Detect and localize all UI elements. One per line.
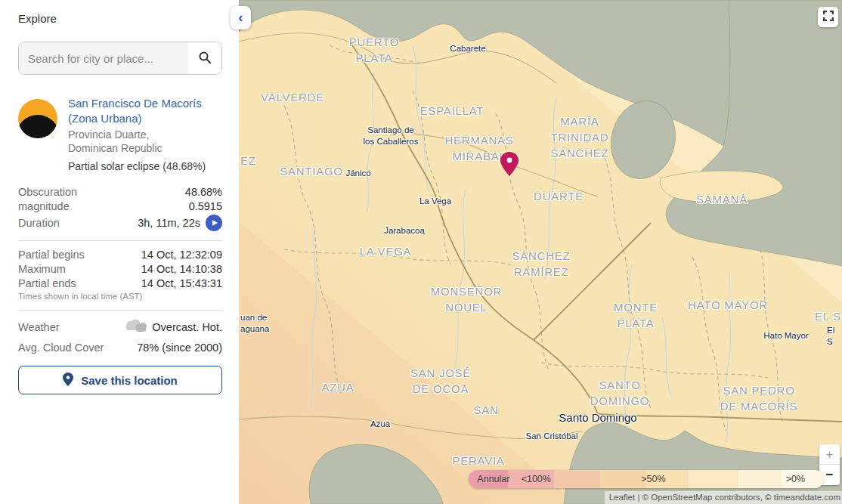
cloud-icon	[123, 318, 147, 335]
weather-label: Weather	[18, 321, 60, 333]
divider	[18, 310, 222, 311]
map-base-layer	[239, 0, 842, 504]
sidebar-collapse-button[interactable]: ‹	[231, 6, 251, 29]
obscuration-label: Obscuration	[18, 186, 77, 198]
location-marker-pin[interactable]	[500, 152, 519, 176]
search-box	[18, 42, 222, 75]
partial-ends-label: Partial ends	[18, 277, 76, 289]
location-name-link[interactable]: San Francisco De Macorís (Zona Urbana)	[68, 96, 222, 125]
legend-label-gt0: >0%	[786, 474, 805, 484]
timezone-note: Times shown in local time (AST)	[18, 292, 222, 301]
play-animation-button[interactable]	[206, 215, 222, 231]
obscuration-value: 48.68%	[185, 186, 222, 198]
eclipse-map-app: Explore San Francisco De Macorís (Zona U…	[0, 0, 842, 504]
magnitude-row: magnitude 0.5915	[18, 200, 222, 212]
sidebar: Explore San Francisco De Macorís (Zona U…	[0, 0, 239, 504]
partial-ends-value: 14 Oct, 15:43:31	[141, 277, 222, 289]
chevron-left-icon: ‹	[238, 10, 243, 24]
search-input[interactable]	[19, 42, 188, 74]
cloud-cover-value: 78% (since 2000)	[137, 342, 222, 354]
fullscreen-icon	[823, 11, 834, 23]
weather-row: Weather Overcast. Hot.	[18, 318, 222, 335]
divider	[18, 240, 222, 241]
location-region: Provincia Duarte, Dominican Republic	[68, 128, 222, 155]
maximum-value: 14 Oct, 14:10:38	[141, 263, 222, 275]
search-icon	[199, 51, 211, 66]
obscuration-row: Obscuration 48.68%	[18, 186, 222, 198]
save-location-button[interactable]: Save this location	[18, 366, 222, 394]
cloud-cover-row: Avg. Cloud Cover 78% (since 2000)	[18, 342, 222, 354]
weather-value: Overcast. Hot.	[152, 321, 222, 333]
duration-value: 3h, 11m, 22s	[138, 217, 200, 229]
duration-row: Duration 3h, 11m, 22s	[18, 215, 222, 231]
partial-eclipse-icon	[18, 99, 57, 138]
page-title: Explore	[18, 12, 222, 25]
duration-label: Duration	[18, 217, 60, 229]
eclipse-legend: Annular <100% >50% >0%	[469, 470, 824, 488]
cloud-cover-label: Avg. Cloud Cover	[18, 342, 104, 354]
search-button[interactable]	[188, 42, 221, 74]
maximum-row: Maximum 14 Oct, 14:10:38	[18, 263, 222, 275]
map-canvas[interactable]: PUERTO PLATA VALVERDE ESPAILLAT HERMANAS…	[239, 0, 842, 504]
magnitude-value: 0.5915	[189, 200, 222, 212]
zoom-in-button[interactable]: +	[819, 444, 840, 465]
fullscreen-button[interactable]	[818, 7, 838, 27]
legend-label-gt50: >50%	[641, 474, 665, 484]
maximum-label: Maximum	[18, 263, 66, 275]
partial-begins-value: 14 Oct, 12:32:09	[141, 249, 222, 261]
location-pin-icon	[63, 373, 73, 388]
partial-begins-label: Partial begins	[18, 249, 85, 261]
partial-begins-row: Partial begins 14 Oct, 12:32:09	[18, 249, 222, 261]
location-summary: San Francisco De Macorís (Zona Urbana) P…	[18, 96, 222, 174]
legend-label-lt100: <100%	[522, 474, 551, 484]
legend-label-annular: Annular	[477, 474, 509, 484]
save-location-label: Save this location	[81, 374, 178, 387]
magnitude-label: magnitude	[18, 200, 70, 212]
map-attribution[interactable]: Leaflet | © OpenStreetMap contributors, …	[605, 491, 842, 504]
partial-ends-row: Partial ends 14 Oct, 15:43:31	[18, 277, 222, 289]
eclipse-type: Partial solar eclipse (48.68%)	[68, 159, 222, 174]
